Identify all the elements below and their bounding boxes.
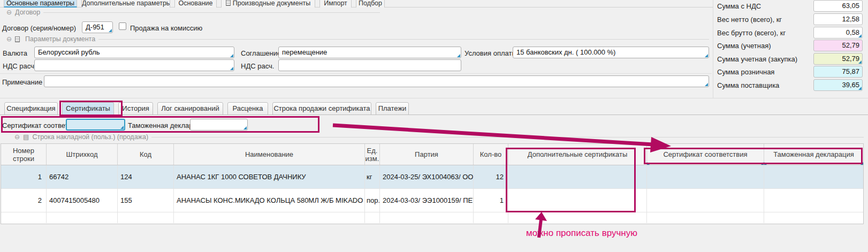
total-with-vat-field[interactable]: 63,05 [813, 0, 863, 12]
col-header-batch[interactable]: Партия [380, 144, 474, 165]
payment-terms-label: Условия оплаты [465, 49, 517, 57]
cell-barcode[interactable]: 4007415005480 [47, 189, 118, 212]
tab-history[interactable]: История [118, 102, 153, 115]
document-icon [226, 0, 231, 6]
field-grip-icon [858, 87, 862, 90]
col-header-code[interactable]: Код [118, 144, 174, 165]
tab-additional-params[interactable]: Дополнительные параметры [81, 0, 170, 7]
editable-corner-icon [761, 162, 764, 165]
cell-batch[interactable]: 2024-03-25/ ЭХ1004063/ ООО ПЕ [380, 165, 474, 188]
purchase-sum-value: 52,79 [842, 55, 859, 63]
supplier-sum-field[interactable]: 39,65 [813, 79, 863, 91]
cell-certificate-conformity[interactable] [647, 165, 764, 188]
currency-label: Валюта [3, 49, 27, 57]
table-empty-area [1, 212, 863, 223]
group-divider [98, 39, 709, 40]
col-header-certificate-conformity[interactable]: Сертификат соответствия [647, 144, 764, 165]
tab-pricing[interactable]: Расценка [227, 102, 268, 115]
commission-checkbox[interactable] [119, 22, 126, 30]
accounting-sum-label: Сумма (учетная) [717, 42, 771, 50]
annotation-note-text: можно прописать вручную [526, 228, 637, 239]
cell-extra-certificates[interactable] [508, 165, 647, 188]
tab-derived-documents-label: Производные документы [233, 0, 311, 7]
contract-group-header: ⊖ Договор [6, 9, 380, 16]
currency-field[interactable]: Белорусский рубль [34, 47, 234, 58]
collapse-icon[interactable]: ⊖ [6, 9, 12, 16]
tab-specification[interactable]: Спецификация [4, 102, 58, 115]
collapse-icon[interactable]: ⊖ [6, 36, 12, 42]
col-header-barcode[interactable]: Штрихкод [47, 144, 118, 165]
pane-divider [0, 98, 868, 98]
pane-splitter[interactable] [713, 0, 713, 98]
col-header-name[interactable]: Наименование [174, 144, 365, 165]
cell-unit[interactable]: пор. [365, 189, 380, 212]
collapse-icon[interactable]: ⊖ [14, 134, 20, 140]
field-grip-icon [243, 126, 247, 129]
gross-weight-label: Вес брутто (всего), кг [717, 29, 786, 37]
cell-row-number[interactable]: 2 [1, 189, 47, 212]
col-header-customs-declaration[interactable]: Таможенная декларация [764, 144, 863, 165]
tab-scan-log[interactable]: Лог сканирований [157, 102, 223, 115]
group-divider [151, 137, 864, 138]
vat-right-field[interactable] [278, 59, 461, 71]
table-row[interactable]: 1 66742 124 АНАНАС 1КГ 1000 СОВЕТОВ ДАЧН… [1, 165, 863, 189]
payment-terms-field[interactable]: 15 банковских дн. ( 100.000 %) [513, 47, 709, 58]
currency-value: Белорусский рубль [38, 48, 100, 56]
tab-selection[interactable]: Подбор [356, 0, 385, 7]
cell-customs-declaration[interactable] [764, 165, 863, 188]
field-grip-icon [858, 34, 862, 37]
cell-barcode[interactable]: 66742 [47, 165, 118, 188]
tab-import[interactable]: Импорт [319, 0, 352, 7]
note-field[interactable] [44, 75, 709, 87]
col-header-row-number[interactable]: Номер строки [1, 144, 47, 165]
cell-code[interactable]: 155 [118, 189, 174, 212]
retail-sum-field[interactable]: 75,87 [813, 66, 863, 78]
col-header-quantity[interactable]: Кол-во [474, 144, 508, 165]
field-grip-icon [705, 54, 708, 57]
cell-customs-declaration[interactable] [764, 189, 863, 212]
col-header-extra-certificates[interactable]: Дополнительные сертификаты [508, 144, 647, 165]
cell-row-number[interactable]: 1 [1, 165, 47, 188]
tab-certificates[interactable]: Сертификаты [62, 102, 114, 116]
agreement-label: Соглашение [241, 49, 281, 57]
invoice-document-window: Основные параметры Дополнительные параме… [0, 0, 868, 252]
cell-quantity[interactable]: 12 [474, 165, 508, 188]
cell-name[interactable]: АНАНАС 1КГ 1000 СОВЕТОВ ДАЧНИКУ [174, 165, 365, 188]
certificate-conformity-input[interactable] [66, 119, 125, 131]
supplier-sum-value: 39,65 [842, 81, 859, 89]
document-icon [15, 36, 20, 42]
gross-weight-field[interactable]: 0,58 [813, 27, 863, 39]
cell-unit[interactable]: кг [365, 165, 380, 188]
vat-right-label: НДС расч. [241, 62, 274, 70]
contract-number-field[interactable]: Д-951 [82, 21, 113, 33]
cell-code[interactable]: 124 [118, 165, 174, 188]
agreement-field[interactable]: перемещение [278, 47, 461, 58]
cell-certificate-conformity[interactable] [647, 189, 764, 212]
col-header-unit[interactable]: Ед. изм. [365, 144, 380, 165]
invoice-rows-group-header: ⊖ ▤ Строка накладной (польз.) (продажа) [14, 133, 864, 141]
purchase-sum-field[interactable]: 52,79 [813, 53, 863, 65]
customs-declaration-input[interactable] [190, 119, 248, 131]
tab-certificate-sale-row[interactable]: Строка продажи сертификата [272, 102, 371, 115]
cell-extra-certificates[interactable] [508, 189, 647, 212]
payment-terms-value: 15 банковских дн. ( 100.000 %) [516, 48, 615, 56]
section-divider [0, 73, 712, 74]
accounting-sum-field[interactable]: 52,79 [813, 40, 863, 51]
purchase-sum-label: Сумма учетная (закупка) [717, 55, 797, 63]
tab-payments[interactable]: Платежи [376, 102, 409, 115]
cell-batch[interactable]: 2024-03-03/ ЭЭ1000159/ ПЕТРОК [380, 189, 474, 212]
tab-main-params[interactable]: Основные параметры [4, 0, 77, 7]
vat-left-field[interactable] [34, 59, 234, 71]
gross-weight-value: 0,58 [846, 28, 859, 36]
field-grip-icon [705, 83, 708, 86]
tab-basis[interactable]: Основание [174, 0, 217, 7]
table-row[interactable]: 2 4007415005480 155 АНАНАСЫ КОНС.МИКАДО … [1, 189, 863, 212]
cell-name[interactable]: АНАНАСЫ КОНС.МИКАДО КОЛЬЦА 580МЛ Ж/Б MIK… [174, 189, 365, 212]
tab-derived-documents[interactable]: Производные документы [221, 0, 315, 7]
commission-checkbox-label: Продажа на комиссию [130, 24, 202, 32]
grid-icon: ▤ [23, 134, 29, 140]
net-weight-field[interactable]: 12,58 [813, 13, 863, 25]
editable-corner-icon [764, 162, 767, 165]
cell-quantity[interactable]: 1 [474, 189, 508, 212]
doc-params-group-title: Параметры документа [25, 35, 95, 43]
